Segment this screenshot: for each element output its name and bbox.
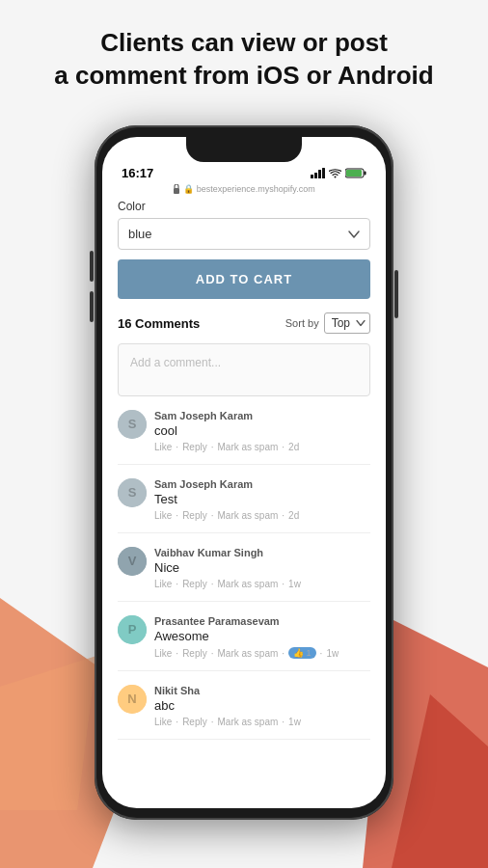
comment-body: Sam Joseph KaramTestLike·Reply·Mark as s… [154,478,370,521]
vol-down-button [90,291,94,322]
action-separator: · [176,442,178,452]
color-section: Color blue [118,200,370,250]
avatar [118,478,147,507]
comment-actions: Like·Reply·Mark as spam·1w [154,579,370,589]
svg-rect-3 [322,168,325,178]
comment-time: 1w [288,717,301,727]
action-like[interactable]: Like [154,442,172,452]
comment-body: Sam Joseph KaramcoolLike·Reply·Mark as s… [154,410,370,452]
time-separator: · [282,717,285,727]
action-separator: · [176,648,178,659]
comments-list: Sam Joseph KaramcoolLike·Reply·Mark as s… [118,410,370,740]
svg-rect-5 [346,170,362,176]
action-mark-as-spam[interactable]: Mark as spam [218,579,279,589]
svg-rect-7 [174,188,179,194]
sort-value: Top [332,316,350,330]
comment-body: Nikit ShaabcLike·Reply·Mark as spam·1w [154,685,370,727]
color-dropdown[interactable]: blue [118,218,370,250]
status-icons [311,168,366,178]
action-reply[interactable]: Reply [182,717,207,727]
svg-rect-6 [365,172,366,176]
action-reply[interactable]: Reply [182,648,207,659]
phone-notch [186,137,302,162]
chevron-down-icon [348,231,360,238]
comment-actions: Like·Reply·Mark as spam·2d [154,510,370,521]
action-mark-as-spam[interactable]: Mark as spam [218,510,279,521]
time-separator: · [282,442,285,452]
color-value: blue [128,227,152,241]
comment-body: Prasantee ParamasevamAwesomeLike·Reply·M… [154,615,370,659]
comment-item: Nikit ShaabcLike·Reply·Mark as spam·1w [118,685,370,740]
comment-time: 1w [288,579,301,589]
comments-count: 16 Comments [118,316,200,331]
time-separator: · [320,648,323,659]
action-like[interactable]: Like [154,717,172,727]
comment-author: Vaibhav Kumar Singh [154,547,370,558]
battery-icon [345,168,366,178]
action-like[interactable]: Like [154,510,172,521]
comment-text: cool [154,423,370,438]
sort-by-label: Sort by [285,317,319,329]
comment-item: Vaibhav Kumar SinghNiceLike·Reply·Mark a… [118,547,370,602]
add-to-cart-button[interactable]: ADD TO CART [118,259,370,299]
screen-content[interactable]: Color blue ADD TO CART 16 Comments Sort … [102,200,386,803]
svg-rect-1 [314,173,317,178]
comment-author: Prasantee Paramasevam [154,615,370,627]
action-separator: · [211,579,214,589]
action-reply[interactable]: Reply [182,579,207,589]
comment-placeholder: Add a comment... [130,356,221,369]
comment-author: Sam Joseph Karam [154,478,370,490]
comment-actions: Like·Reply·Mark as spam·1w [154,717,370,727]
action-mark-as-spam[interactable]: Mark as spam [218,717,279,727]
url-bar: 🔒 bestexperience.myshopify.com [102,184,386,200]
time-separator: · [282,579,285,589]
page-title: Clients can view or post a comment from … [39,27,449,93]
like-badge: 👍 1 [288,647,316,659]
avatar [118,410,147,439]
lock-icon [173,184,180,194]
signal-icon [311,168,325,178]
sort-dropdown[interactable]: Top [324,312,370,334]
avatar-image [118,685,147,714]
comment-item: Prasantee ParamasevamAwesomeLike·Reply·M… [118,615,370,671]
avatar [118,615,147,644]
sort-by-section: Sort by Top [285,312,370,334]
vol-up-button [90,251,94,282]
action-separator: · [176,579,178,589]
url-text: 🔒 bestexperience.myshopify.com [183,184,314,194]
comment-body: Vaibhav Kumar SinghNiceLike·Reply·Mark a… [154,547,370,589]
svg-rect-2 [318,170,321,178]
comment-text: Test [154,492,370,506]
status-time: 16:17 [122,166,153,180]
avatar [118,547,147,576]
action-separator: · [176,717,178,727]
comment-author: Nikit Sha [154,685,370,696]
phone-bezel: 16:17 [95,125,393,820]
phone-mockup: 16:17 [95,125,393,820]
action-like[interactable]: Like [154,648,172,659]
avatar [118,685,147,714]
action-separator: · [211,717,214,727]
action-reply[interactable]: Reply [182,510,207,521]
comment-actions: Like·Reply·Mark as spam·👍 1·1w [154,647,370,659]
comment-text: Nice [154,560,370,575]
action-reply[interactable]: Reply [182,442,207,452]
power-button [394,270,398,318]
comment-text: abc [154,698,370,713]
action-separator: · [211,510,214,521]
comment-time: 2d [288,510,299,521]
comment-input[interactable]: Add a comment... [118,343,370,396]
action-mark-as-spam[interactable]: Mark as spam [218,648,279,659]
avatar-image [118,615,147,644]
action-mark-as-spam[interactable]: Mark as spam [218,442,279,452]
action-separator: · [211,442,214,452]
comment-text: Awesome [154,629,370,643]
comment-actions: Like·Reply·Mark as spam·2d [154,442,370,452]
avatar-image [118,478,147,507]
color-label: Color [118,200,370,213]
time-separator: · [282,510,285,521]
action-like[interactable]: Like [154,579,172,589]
comments-header: 16 Comments Sort by Top [118,312,370,334]
action-separator: · [282,648,285,659]
sort-chevron-icon [356,320,366,327]
